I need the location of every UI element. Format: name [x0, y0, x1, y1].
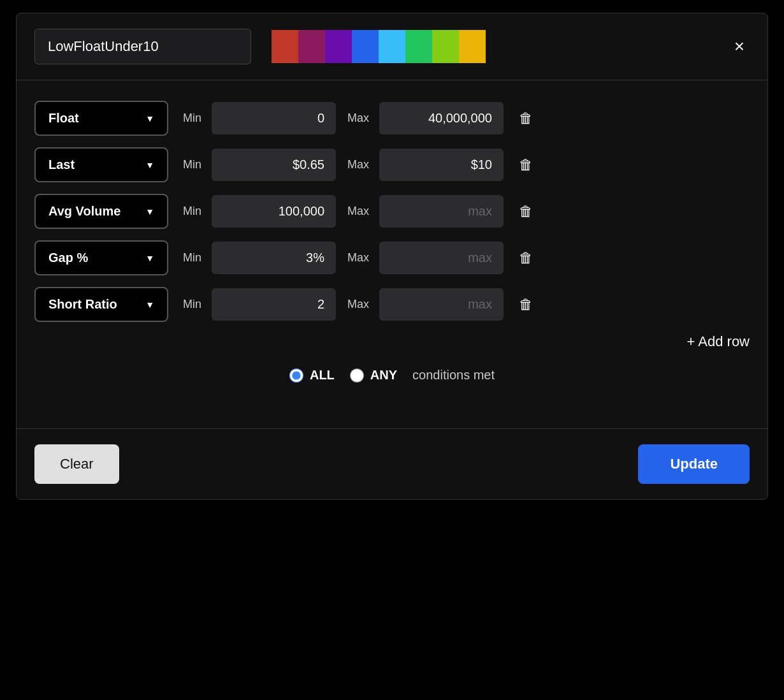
any-radio-group: ANY — [350, 368, 397, 383]
update-button[interactable]: Update — [638, 444, 750, 484]
color-swatch-6[interactable] — [432, 30, 459, 63]
clear-button[interactable]: Clear — [34, 444, 119, 484]
title-input[interactable] — [34, 29, 251, 64]
max-label: Max — [346, 205, 369, 218]
filter-row: Avg Volume ▼MinMax🗑 — [34, 194, 750, 229]
max-label: Max — [346, 251, 369, 265]
max-label: Max — [346, 158, 369, 171]
all-label: ALL — [310, 368, 335, 383]
max-label: Max — [346, 298, 369, 311]
min-input-0[interactable] — [212, 102, 336, 135]
min-label: Min — [178, 158, 201, 171]
dropdown-arrow-icon: ▼ — [145, 113, 154, 124]
min-label: Min — [178, 251, 201, 265]
color-swatches — [272, 30, 486, 63]
filter-row: Gap % ▼MinMax🗑 — [34, 240, 750, 275]
any-radio[interactable] — [350, 368, 364, 383]
conditions-row: ALL ANY conditions met — [34, 368, 750, 383]
color-swatch-4[interactable] — [379, 30, 405, 63]
color-swatch-5[interactable] — [405, 30, 432, 63]
add-row-container: + Add row — [34, 333, 750, 350]
modal-footer: Clear Update — [17, 428, 767, 499]
conditions-text: conditions met — [412, 368, 495, 383]
max-input-4[interactable] — [379, 288, 504, 321]
color-swatch-7[interactable] — [459, 30, 486, 63]
max-input-2[interactable] — [379, 195, 504, 228]
modal-header: × — [17, 13, 767, 80]
delete-filter-button-0[interactable]: 🗑 — [514, 108, 538, 129]
color-swatch-1[interactable] — [298, 30, 325, 63]
min-label: Min — [178, 112, 201, 125]
filter-row: Short Ratio ▼MinMax🗑 — [34, 287, 750, 322]
filter-type-button-4[interactable]: Short Ratio ▼ — [34, 287, 168, 322]
delete-filter-button-2[interactable]: 🗑 — [514, 201, 538, 222]
max-input-3[interactable] — [379, 242, 504, 274]
delete-filter-button-3[interactable]: 🗑 — [514, 247, 538, 269]
all-radio-group: ALL — [289, 368, 335, 383]
delete-filter-button-1[interactable]: 🗑 — [514, 154, 538, 176]
color-swatch-3[interactable] — [352, 30, 379, 63]
delete-filter-button-4[interactable]: 🗑 — [514, 294, 538, 316]
modal-body: Float ▼MinMax🗑Last ▼MinMax🗑Avg Volume ▼M… — [17, 80, 767, 428]
filter-modal: × Float ▼MinMax🗑Last ▼MinMax🗑Avg Volume … — [16, 13, 768, 500]
filter-type-button-0[interactable]: Float ▼ — [34, 101, 168, 136]
min-label: Min — [178, 205, 201, 218]
close-button[interactable]: × — [729, 35, 750, 58]
all-radio[interactable] — [289, 368, 303, 383]
color-swatch-2[interactable] — [325, 30, 352, 63]
min-input-2[interactable] — [212, 195, 336, 228]
filter-type-button-1[interactable]: Last ▼ — [34, 147, 168, 182]
filter-row: Last ▼MinMax🗑 — [34, 147, 750, 182]
filter-type-button-2[interactable]: Avg Volume ▼ — [34, 194, 168, 229]
min-input-4[interactable] — [212, 288, 336, 321]
dropdown-arrow-icon: ▼ — [145, 160, 154, 170]
max-input-0[interactable] — [379, 102, 504, 135]
max-label: Max — [346, 112, 369, 125]
dropdown-arrow-icon: ▼ — [145, 300, 154, 310]
add-row-button[interactable]: + Add row — [687, 333, 750, 350]
dropdown-arrow-icon: ▼ — [145, 207, 154, 217]
min-input-3[interactable] — [212, 242, 336, 274]
color-swatch-0[interactable] — [272, 30, 298, 63]
filter-type-button-3[interactable]: Gap % ▼ — [34, 240, 168, 275]
any-label: ANY — [370, 368, 397, 383]
filter-row: Float ▼MinMax🗑 — [34, 101, 750, 136]
min-label: Min — [178, 298, 201, 311]
min-input-1[interactable] — [212, 149, 336, 181]
dropdown-arrow-icon: ▼ — [145, 253, 154, 263]
max-input-1[interactable] — [379, 149, 504, 181]
